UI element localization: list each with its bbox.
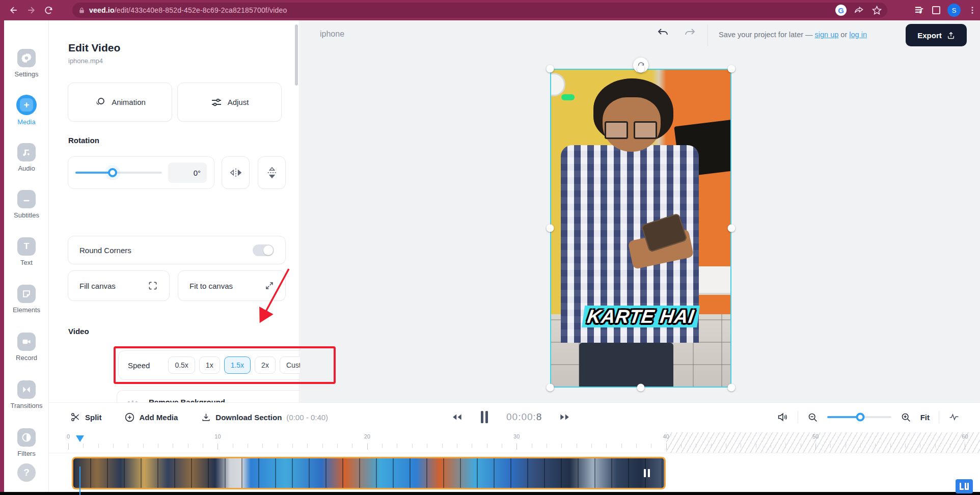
rotation-slider[interactable] [75, 172, 162, 174]
person-jeans [579, 343, 673, 388]
share-icon[interactable] [854, 5, 864, 16]
lock-icon [78, 7, 85, 14]
flip-vertical-button[interactable] [258, 156, 286, 189]
video-clip-track[interactable] [72, 457, 666, 489]
zoom-in-icon[interactable] [901, 412, 911, 423]
help-button[interactable]: ? [17, 463, 36, 482]
ruler-tick [83, 444, 84, 448]
speed-option-1.5x[interactable]: 1.5x [224, 356, 251, 374]
video-caption[interactable]: KARTE HAI [582, 306, 700, 327]
sidebar-item-transitions[interactable]: Transitions [4, 380, 49, 409]
sidebar-item-media[interactable]: +Media [4, 95, 49, 126]
resize-handle-corner-bl[interactable] [547, 384, 554, 392]
adjust-label: Adjust [228, 98, 249, 106]
ruler-tick [128, 444, 128, 448]
zoom-out-icon[interactable] [807, 412, 818, 423]
ruler-tick [801, 444, 801, 448]
round-corners-toggle[interactable] [253, 244, 274, 256]
resize-handle-mid-bottom[interactable] [637, 384, 645, 392]
add-media-button[interactable]: Add Media [124, 412, 178, 423]
ruler-tick [950, 444, 950, 448]
fast-forward-icon[interactable] [559, 413, 570, 421]
ruler-tick [322, 444, 323, 448]
speed-option-1x[interactable]: 1x [199, 356, 220, 374]
sidebar-item-elements[interactable]: Elements [4, 285, 49, 314]
veed-editor-window: veed.io/edit/433c40e8-852d-452e-8c69-2ca… [0, 0, 980, 495]
ruler-tick [965, 444, 965, 450]
speed-option-2x[interactable]: 2x [255, 356, 276, 374]
video-frame[interactable]: KARTE HAI [550, 69, 731, 388]
ruler-tick [591, 444, 592, 448]
resize-handle-corner-tl[interactable] [547, 65, 554, 73]
download-section-button[interactable]: Download Section (0:00 - 0:40) [201, 413, 328, 422]
fit-button[interactable]: Fit [920, 413, 930, 422]
ruler-label-60: 60 [962, 433, 968, 439]
playhead[interactable] [76, 435, 84, 442]
sidebar-item-text[interactable]: TText [4, 237, 49, 266]
timeline-ruler[interactable]: 0102030405060 [49, 432, 980, 454]
log-in-link[interactable]: log in [849, 31, 867, 39]
sidebar-item-filters[interactable]: Filters [4, 428, 49, 457]
ruler-tick [711, 444, 712, 448]
reload-icon[interactable] [40, 2, 57, 19]
ruler-tick [860, 444, 861, 448]
timeline-zoom-knob[interactable] [856, 413, 865, 422]
ruler-tick [547, 444, 547, 448]
ruler-tick [696, 444, 696, 448]
profile-avatar[interactable]: S [947, 4, 961, 17]
resize-handle-corner-br[interactable] [728, 384, 736, 392]
sidebar-item-subtitles[interactable]: Subtitles [4, 190, 49, 219]
ruler-tick [248, 444, 248, 448]
speed-option-0.5x[interactable]: 0.5x [168, 356, 195, 374]
text-icon: T [17, 237, 36, 256]
sidebar-item-record[interactable]: Record [4, 333, 49, 362]
video-layer[interactable]: KARTE HAI [550, 69, 731, 388]
menu-dots-icon[interactable] [968, 6, 977, 15]
resize-handle-mid-left[interactable] [547, 225, 554, 232]
bookmark-star-icon[interactable] [872, 5, 882, 16]
animation-button[interactable]: Animation [68, 82, 172, 122]
resize-handle-mid-top[interactable] [637, 65, 645, 73]
resize-handle-corner-tr[interactable] [728, 65, 736, 73]
project-title[interactable]: iphone [320, 30, 344, 39]
timeline-zoom-slider[interactable] [827, 416, 891, 418]
round-corners-label: Round Corners [79, 246, 131, 255]
playlist-extension-icon[interactable] [914, 5, 925, 16]
redo-icon[interactable] [683, 26, 696, 39]
rotation-slider-card: 0° [68, 156, 214, 189]
preview-canvas: iphone Save your project for later — sig… [300, 20, 980, 402]
forward-icon[interactable] [22, 2, 40, 19]
audio-waveform-icon[interactable] [948, 412, 960, 422]
fill-canvas-button[interactable]: Fill canvas [68, 270, 170, 301]
rotation-value[interactable]: 0° [168, 162, 207, 183]
fit-to-canvas-button[interactable]: Fit to canvas [178, 270, 286, 301]
rewind-icon[interactable] [451, 413, 462, 421]
export-button[interactable]: Export [906, 24, 967, 46]
address-bar[interactable]: veed.io/edit/433c40e8-852d-452e-8c69-2ca… [72, 3, 887, 18]
adjust-icon [210, 96, 223, 108]
rotation-slider-knob[interactable] [108, 168, 117, 177]
volume-icon[interactable] [776, 411, 788, 423]
sidebar-toggle-icon[interactable] [932, 6, 940, 14]
download-icon [201, 413, 211, 422]
sidebar-item-audio[interactable]: Audio [4, 143, 49, 172]
download-range: (0:00 - 0:40) [286, 413, 328, 422]
panel-scrollbar[interactable] [295, 24, 298, 86]
sidebar-item-settings[interactable]: Settings [4, 49, 49, 78]
rotation-label: Rotation [68, 136, 99, 145]
ruler-tick [472, 444, 472, 448]
google-extension-icon[interactable]: G [835, 5, 847, 16]
scissors-icon [70, 412, 80, 422]
resize-handle-mid-right[interactable] [728, 225, 736, 232]
undo-icon[interactable] [657, 26, 670, 39]
ruler-label-30: 30 [513, 433, 520, 439]
clip-trim-handle[interactable] [644, 469, 650, 477]
ruler-tick [188, 444, 188, 448]
pause-button[interactable] [480, 410, 489, 424]
adjust-button[interactable]: Adjust [177, 82, 282, 122]
split-button[interactable]: Split [70, 412, 102, 422]
save-project-text: Save your project for later — sign up or… [719, 31, 867, 39]
flip-horizontal-button[interactable] [222, 156, 250, 189]
back-icon[interactable] [5, 2, 22, 19]
sign-up-link[interactable]: sign up [815, 31, 839, 39]
